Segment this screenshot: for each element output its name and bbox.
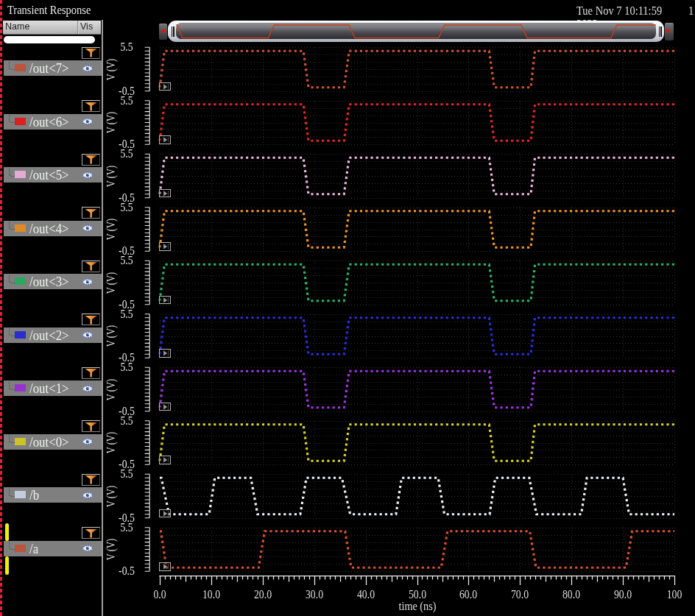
column-header-name[interactable]: Name bbox=[5, 21, 29, 32]
filter-funnel-icon[interactable] bbox=[83, 48, 99, 57]
signal-row[interactable]: /out<1> bbox=[4, 380, 102, 396]
waveform-plot-canvas[interactable] bbox=[0, 0, 695, 616]
visibility-eye-button[interactable] bbox=[82, 118, 93, 124]
signal-row[interactable]: /out<4> bbox=[4, 221, 102, 236]
y-axis-unit-label: V (V) bbox=[104, 219, 119, 241]
strip-play-button[interactable] bbox=[159, 82, 171, 91]
filter-funnel-icon[interactable] bbox=[83, 208, 99, 218]
visibility-eye-button[interactable] bbox=[82, 439, 93, 445]
visibility-eye-icon[interactable] bbox=[82, 66, 93, 71]
x-axis-tick-label: 0.0 bbox=[139, 587, 181, 602]
signal-row[interactable]: /out<3> bbox=[4, 274, 102, 289]
strip-play-button[interactable] bbox=[159, 189, 171, 198]
filter-funnel-icon[interactable] bbox=[83, 422, 99, 431]
signal-color-swatch[interactable] bbox=[15, 438, 26, 445]
visibility-eye-icon[interactable] bbox=[82, 492, 93, 498]
visibility-eye-button[interactable] bbox=[82, 332, 93, 338]
signal-name[interactable]: /out<2> bbox=[29, 328, 69, 344]
strip-play-button[interactable] bbox=[159, 509, 171, 518]
visibility-eye-button[interactable] bbox=[82, 66, 93, 71]
visibility-eye-icon[interactable] bbox=[82, 545, 93, 551]
filter-funnel-icon[interactable] bbox=[83, 155, 99, 164]
filter-funnel-icon[interactable] bbox=[83, 102, 99, 111]
signal-row[interactable]: /out<5> bbox=[4, 167, 102, 183]
signal-row[interactable]: /out<7> bbox=[4, 60, 102, 76]
visibility-eye-icon[interactable] bbox=[82, 332, 93, 338]
signal-row[interactable]: /a bbox=[4, 541, 102, 556]
filter-funnel-button[interactable] bbox=[82, 474, 100, 486]
visibility-eye-icon[interactable] bbox=[82, 386, 93, 392]
filter-funnel-button[interactable] bbox=[82, 420, 100, 432]
strip-play-button[interactable] bbox=[159, 242, 171, 251]
signal-table-header: Name Vis bbox=[3, 21, 101, 35]
play-bar-icon bbox=[168, 404, 169, 409]
y-axis-unit-label: V (V) bbox=[104, 539, 119, 561]
signal-row[interactable]: /out<6> bbox=[4, 114, 102, 130]
filter-funnel-icon[interactable] bbox=[83, 475, 99, 484]
scrollbar-right-button[interactable] bbox=[665, 23, 673, 40]
visibility-eye-button[interactable] bbox=[82, 386, 93, 392]
visibility-eye-icon[interactable] bbox=[82, 225, 93, 231]
visibility-eye-icon[interactable] bbox=[82, 118, 93, 124]
visibility-eye-icon[interactable] bbox=[82, 172, 93, 178]
strip-play-button[interactable] bbox=[159, 349, 171, 358]
filter-funnel-button[interactable] bbox=[82, 154, 100, 166]
strip-play-button[interactable] bbox=[159, 296, 171, 305]
signal-row[interactable]: /out<0> bbox=[4, 434, 102, 450]
filter-funnel-icon[interactable] bbox=[83, 261, 99, 271]
filter-funnel-button[interactable] bbox=[82, 261, 100, 272]
signal-color-swatch[interactable] bbox=[15, 118, 26, 125]
visibility-eye-button[interactable] bbox=[82, 279, 93, 285]
page-title: Transient Response bbox=[7, 3, 91, 18]
visibility-eye-icon[interactable] bbox=[82, 439, 93, 445]
signal-color-swatch[interactable] bbox=[15, 171, 26, 178]
filter-funnel-button[interactable] bbox=[82, 207, 100, 219]
visibility-eye-button[interactable] bbox=[82, 172, 93, 178]
signal-name[interactable]: /out<0> bbox=[29, 434, 69, 450]
strip-play-button[interactable] bbox=[159, 562, 171, 571]
signal-name[interactable]: /out<4> bbox=[29, 221, 69, 237]
filter-funnel-button[interactable] bbox=[82, 100, 100, 112]
signal-row[interactable]: /b bbox=[4, 487, 102, 503]
visibility-eye-icon[interactable] bbox=[82, 279, 93, 285]
signal-color-swatch[interactable] bbox=[15, 224, 26, 232]
column-header-vis[interactable]: Vis bbox=[80, 21, 93, 32]
visibility-eye-button[interactable] bbox=[82, 545, 93, 551]
filter-funnel-button[interactable] bbox=[82, 527, 100, 539]
scrollbar-left-button[interactable] bbox=[159, 24, 167, 40]
signal-name[interactable]: /out<6> bbox=[29, 114, 69, 130]
signal-name[interactable]: /out<5> bbox=[29, 167, 69, 183]
signal-color-swatch[interactable] bbox=[15, 384, 26, 392]
play-bar-icon bbox=[168, 350, 169, 355]
signal-color-swatch[interactable] bbox=[15, 545, 26, 552]
signal-color-swatch[interactable] bbox=[15, 277, 26, 285]
filter-funnel-icon[interactable] bbox=[83, 528, 99, 538]
filter-funnel-icon[interactable] bbox=[83, 368, 99, 378]
filter-funnel-button[interactable] bbox=[82, 367, 100, 379]
filter-funnel-button[interactable] bbox=[82, 47, 100, 59]
y-axis-max-label: 5.5 bbox=[111, 253, 142, 266]
scrollbar-grip-right-1 bbox=[659, 26, 660, 37]
scrollbar-thumb[interactable] bbox=[168, 21, 664, 42]
signal-color-swatch[interactable] bbox=[15, 64, 26, 71]
play-triangle-icon bbox=[163, 84, 167, 89]
visibility-eye-button[interactable] bbox=[82, 225, 93, 231]
strip-play-button[interactable] bbox=[159, 403, 171, 411]
signal-name[interactable]: /out<1> bbox=[29, 380, 69, 397]
y-axis-max-label: 5.5 bbox=[111, 200, 142, 213]
signal-color-swatch[interactable] bbox=[15, 331, 26, 339]
signal-name[interactable]: /out<7> bbox=[29, 60, 69, 77]
signal-name[interactable]: /a bbox=[29, 541, 38, 557]
signal-name[interactable]: /b bbox=[29, 487, 39, 503]
play-triangle-icon bbox=[163, 244, 167, 249]
strip-play-button[interactable] bbox=[159, 456, 171, 464]
visibility-eye-button[interactable] bbox=[82, 492, 93, 498]
signal-row[interactable]: /out<2> bbox=[4, 328, 102, 343]
strip-play-button[interactable] bbox=[159, 135, 171, 144]
column-separator[interactable] bbox=[77, 21, 79, 35]
scrollbar-grip-right-2 bbox=[660, 26, 661, 37]
filter-funnel-button[interactable] bbox=[82, 314, 100, 325]
signal-name[interactable]: /out<3> bbox=[29, 274, 69, 290]
signal-color-swatch[interactable] bbox=[15, 491, 26, 498]
filter-funnel-icon[interactable] bbox=[83, 315, 99, 325]
